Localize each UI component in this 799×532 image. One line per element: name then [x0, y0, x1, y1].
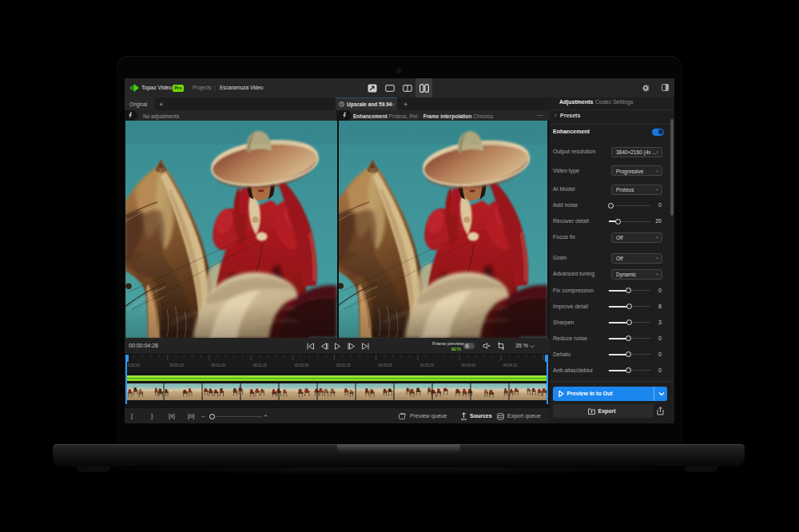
svg-text:00:00:15: 00:00:15	[169, 363, 184, 367]
svg-text:00:04:00: 00:04:00	[462, 363, 476, 367]
svg-text:00:02:15: 00:02:15	[336, 363, 351, 367]
svg-text:00:03:00: 00:03:00	[378, 363, 392, 367]
svg-text:00:02:00: 00:02:00	[295, 363, 309, 367]
svg-text:00:01:15: 00:01:15	[253, 363, 268, 367]
svg-text:00:03:15: 00:03:15	[419, 363, 434, 367]
svg-text:0:00:00: 0:00:00	[128, 363, 141, 367]
svg-text:00:04:15: 00:04:15	[503, 363, 518, 367]
svg-text:00:01:00: 00:01:00	[211, 363, 225, 367]
